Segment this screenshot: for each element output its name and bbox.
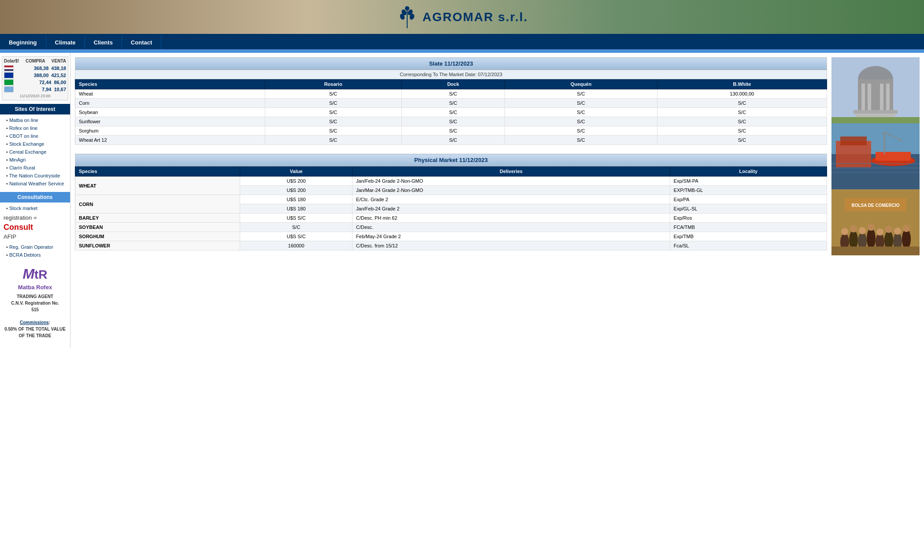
svg-point-31 [867, 228, 876, 249]
tables-area: Slate 11/12/2023 Corresponding To The Ma… [75, 57, 827, 343]
currency-row-uyu: 7,94 10,67 [4, 86, 66, 92]
sidebar-nation-countryside[interactable]: The Nation Countryside [0, 172, 70, 180]
sidebar-national-weather[interactable]: National Weather Service [0, 180, 70, 188]
svg-rect-10 [868, 84, 871, 110]
building-photo [831, 57, 920, 123]
svg-rect-25 [831, 167, 920, 169]
table-row: Soybean S/C S/C S/C S/C [75, 108, 827, 117]
matba-reg-label: C.N.V. Registration No. [4, 300, 67, 306]
sidebar-cbot-online[interactable]: CBOT on line [0, 132, 70, 140]
matba-commissions: Commissions: [4, 319, 67, 326]
sidebar-minagri[interactable]: MinAgri [0, 156, 70, 164]
header: AGROMAR s.r.l. [0, 0, 924, 35]
svg-point-37 [850, 225, 857, 232]
currency-col1: Dolar$! [4, 59, 19, 63]
svg-rect-26 [831, 172, 920, 173]
sidebar-rofex-online[interactable]: Rofex on line [0, 124, 70, 132]
currency-header: Dolar$! COMPRA VENTA [4, 59, 66, 63]
svg-point-41 [885, 226, 892, 233]
sidebar-reg-grain[interactable]: Reg. Grain Operator [0, 243, 70, 251]
navbar: Beginning Climate Clients Contact [0, 35, 924, 49]
svg-point-38 [859, 227, 866, 234]
svg-rect-15 [831, 117, 920, 123]
currency-col3: VENTA [52, 59, 66, 63]
currency-widget: Dolar$! COMPRA VENTA 368,38 438,18 388,0… [2, 56, 68, 100]
currency-col2: COMPRA [26, 59, 45, 63]
table-row: SORGHUM U$S S/C Feb/May-24 Grade 2 Exp/T… [75, 232, 827, 241]
sidebar: Dolar$! COMPRA VENTA 368,38 438,18 388,0… [0, 53, 71, 348]
physical-col-locality: Locality [670, 166, 827, 177]
flag-br [4, 79, 14, 85]
svg-point-40 [876, 228, 883, 236]
slate-col-dock: Dock [401, 79, 505, 89]
sorghum-species: SORGHUM [75, 232, 240, 241]
table-row: Wheat Art 12 S/C S/C S/C S/C [75, 136, 827, 145]
svg-rect-24 [831, 163, 920, 164]
table-row: WHEAT U$S 200 Jan/Feb-24 Grade 2-Non-GMO… [75, 177, 827, 186]
slate-subtitle: Corresponding To The Market Date: 07/12/… [75, 70, 827, 79]
logo-text: AGROMAR s.r.l. [423, 10, 528, 24]
svg-point-42 [894, 228, 901, 235]
corn-species: CORN [75, 195, 240, 214]
table-row: SOYBEAN S/C C/Desc. FCA/TMB [75, 223, 827, 232]
matba-area: MtR Matba Rofex TRADING AGENT C.N.V. Reg… [0, 266, 70, 339]
physical-col-species: Species [75, 166, 240, 177]
matba-logo: MtR [4, 266, 67, 282]
wheat-icon [396, 6, 418, 28]
table-row: Wheat S/C S/C S/C 130.000,00 [75, 89, 827, 99]
slate-col-rosario: Rosario [265, 79, 401, 89]
physical-market-wrapper: Physical Market 11/12/2023 Species Value… [75, 154, 827, 251]
photos-area: BOLSA DE COMERCIO [831, 57, 920, 343]
sunflower-species: SUNFLOWER [75, 241, 240, 251]
currency-row-brl: 72,44 86,00 [4, 79, 66, 85]
matba-reg-number: 515 [4, 306, 67, 313]
table-row: CORN U$S 180 E/Ctc. Grade 2 Exp/PA [75, 195, 827, 204]
slate-col-bwhite: B.White [657, 79, 827, 89]
svg-rect-9 [861, 84, 865, 110]
currency-row-usd: 368,38 438,18 [4, 65, 66, 71]
consultations-title: Consultations [0, 192, 70, 203]
sidebar-cereal-exchange[interactable]: Cereal Exchange [0, 148, 70, 156]
flag-eu [4, 72, 14, 78]
physical-title: Physical Market 11/12/2023 [75, 154, 827, 166]
physical-col-value: Value [240, 166, 353, 177]
currency-usd-vals: 368,38 438,18 [34, 66, 66, 71]
svg-rect-21 [876, 152, 911, 161]
table-row: Sunflower S/C S/C S/C S/C [75, 117, 827, 126]
svg-rect-14 [856, 114, 895, 117]
svg-point-43 [903, 225, 910, 232]
svg-rect-11 [880, 84, 883, 110]
currency-date: 11/12/2023 23:00 [4, 94, 66, 98]
svg-point-39 [868, 224, 875, 231]
soybean-species: SOYBEAN [75, 223, 240, 232]
physical-table: Physical Market 11/12/2023 Species Value… [75, 154, 827, 251]
main-layout: Dolar$! COMPRA VENTA 368,38 438,18 388,0… [0, 53, 924, 348]
nav-contact[interactable]: Contact [122, 35, 161, 49]
nav-clients[interactable]: Clients [85, 35, 122, 49]
slate-table: Slate 11/12/2023 Corresponding To The Ma… [75, 57, 827, 145]
table-row: Corn S/C S/C S/C S/C [75, 99, 827, 108]
sidebar-bcra-debtors[interactable]: BCRA Debtors [0, 251, 70, 259]
currency-row-eur: 388,00 421,52 [4, 72, 66, 78]
sidebar-stock-market[interactable]: Stock market [0, 204, 70, 212]
slate-title: Slate 11/12/2023 [75, 58, 827, 70]
svg-point-36 [841, 228, 848, 235]
physical-tbody: WHEAT U$S 200 Jan/Feb-24 Grade 2-Non-GMO… [75, 177, 827, 251]
svg-rect-13 [853, 110, 898, 114]
svg-rect-19 [840, 136, 867, 145]
sidebar-matba-online[interactable]: Matba on line [0, 116, 70, 124]
sidebar-stock-exchange[interactable]: Stock Exchange [0, 140, 70, 148]
registration-text: registration = Consult AFIP [0, 212, 70, 243]
svg-rect-12 [886, 84, 890, 110]
market-photo: BOLSA DE COMERCIO [831, 189, 920, 255]
slate-col-species: Species [75, 79, 265, 89]
slate-tbody: Wheat S/C S/C S/C 130.000,00 Corn S/C S/… [75, 89, 827, 145]
commissions-link[interactable]: Commissions [20, 320, 49, 325]
sidebar-clarin-rural[interactable]: Clarín Rural [0, 164, 70, 172]
matba-name: Matba Rofex [4, 284, 67, 291]
table-row: BARLEY U$S S/C C/Desc. PH min 62 Exp/Ros [75, 214, 827, 223]
nav-beginning[interactable]: Beginning [0, 35, 46, 49]
nav-climate[interactable]: Climate [46, 35, 85, 49]
svg-rect-46 [831, 247, 920, 255]
currency-brl-vals: 72,44 86,00 [39, 80, 66, 85]
